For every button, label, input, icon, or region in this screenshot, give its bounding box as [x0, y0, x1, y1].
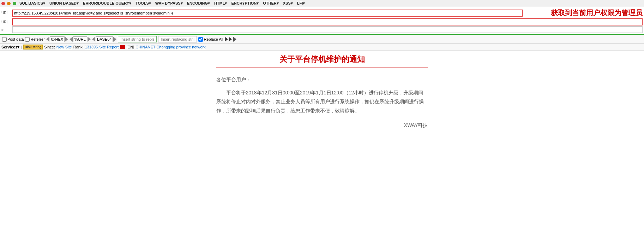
menu-item-encoding[interactable]: ENCODING▾: [186, 1, 211, 6]
replace-all-checkbox[interactable]: [198, 37, 203, 42]
replacing-string-input[interactable]: [158, 36, 197, 42]
services-dropdown[interactable]: Services▾: [1, 45, 19, 50]
content-area: 关于平台停机维护的通知 各位平台用户： 平台将于2018年12月31日00:00…: [0, 51, 644, 132]
content-signature: XWAY科技: [216, 122, 428, 129]
url-bar-container: URL 获取到当前用户权限为管理员 URL te: [0, 7, 644, 35]
risk-badge: RiskRating: [23, 45, 43, 50]
content-box: 关于平台停机维护的通知 各位平台用户： 平台将于2018年12月31日00:00…: [216, 54, 428, 129]
insert-string-input[interactable]: [118, 36, 157, 42]
menu-bar: SQL BASICS▾ UNION BASED▾ ERROR/DOUBLE QU…: [0, 0, 644, 7]
content-paragraph1: 平台将于2018年12月31日00:00至2019年1月1日12:00（12小时…: [216, 88, 428, 115]
forward-arrows: [225, 37, 232, 42]
menu-item-xss[interactable]: XSS▾: [282, 1, 294, 6]
network-link[interactable]: CHINANET Chongqing province network: [136, 45, 206, 49]
replace-all-label: Replace All: [204, 37, 223, 41]
content-title: 关于平台停机维护的通知: [216, 54, 428, 65]
menu-item-other[interactable]: OTHER▾: [262, 1, 280, 6]
url-label-3: te: [1, 28, 12, 32]
url-row-2: URL: [0, 18, 644, 26]
submit-arrow-btn[interactable]: [233, 37, 236, 42]
url-encode-group: %URL: [70, 36, 91, 42]
hex-label: 0xHEX: [50, 36, 65, 42]
submit-arrow: [233, 37, 236, 42]
url-annotation: 获取到当前用户权限为管理员: [551, 8, 643, 18]
content-body: 各位平台用户： 平台将于2018年12月31日00:00至2019年1月1日12…: [216, 75, 428, 115]
new-site-link[interactable]: New Site: [56, 45, 72, 49]
referrer-label: Referrer: [30, 37, 44, 41]
url-input-3[interactable]: [12, 26, 643, 33]
base64-label: BASE64: [96, 36, 113, 42]
window-minimize-dot[interactable]: [7, 2, 11, 5]
url-right-arrow[interactable]: [88, 37, 91, 42]
referrer-checkbox[interactable]: [25, 37, 30, 42]
forward-arrow-2[interactable]: [229, 37, 232, 42]
referrer-check[interactable]: Referrer: [25, 37, 44, 42]
menu-item-union-based[interactable]: UNION BASED▾: [48, 1, 80, 6]
url-left-arrow[interactable]: [70, 37, 73, 42]
hex-left-arrow[interactable]: [46, 37, 49, 42]
country-code: [CN]: [126, 45, 134, 49]
menu-item-html[interactable]: HTML▾: [213, 1, 228, 6]
toolbar: Post data Referrer 0xHEX %URL BASE64 Rep…: [0, 35, 644, 44]
menu-item-sql-basics[interactable]: SQL BASICS▾: [18, 1, 46, 6]
site-report-link[interactable]: Site Report: [99, 45, 119, 49]
window-maximize-dot[interactable]: [13, 2, 16, 5]
content-divider: [216, 68, 428, 68]
rank-value[interactable]: 131395: [85, 45, 98, 49]
post-data-checkbox[interactable]: [2, 37, 7, 42]
post-data-label: Post data: [7, 37, 24, 41]
content-greeting: 各位平台用户：: [216, 75, 428, 84]
base64-left-arrow[interactable]: [92, 37, 95, 42]
post-data-check[interactable]: Post data: [2, 37, 24, 42]
rank-label: Rank:: [73, 45, 84, 49]
hex-right-arrow[interactable]: [65, 37, 68, 42]
url-input-1[interactable]: [12, 10, 523, 17]
base64-encode-group: BASE64: [92, 36, 117, 42]
hex-encode-group: 0xHEX: [46, 36, 68, 42]
menu-item-encryption[interactable]: ENCRYPTION▾: [230, 1, 260, 6]
menu-item-error-double[interactable]: ERROR/DOUBLE QUERY▾: [82, 1, 132, 6]
base64-right-arrow[interactable]: [113, 37, 116, 42]
url-label-1: URL: [1, 11, 12, 15]
url-row-3: te: [0, 26, 644, 34]
url-label-2: URL: [1, 20, 12, 24]
url-row-1: URL 获取到当前用户权限为管理员: [0, 8, 644, 18]
country-flag: [120, 45, 125, 49]
separator-dot: |: [21, 45, 22, 49]
menu-item-tools[interactable]: TOOLS▾: [134, 1, 152, 6]
menu-item-waf-bypass[interactable]: WAF BYPASS▾: [154, 1, 184, 6]
url-input-2[interactable]: [12, 18, 643, 25]
since-label: Since:: [44, 45, 55, 49]
forward-arrow-1[interactable]: [225, 37, 228, 42]
menu-item-lfi[interactable]: LFI▾: [296, 1, 306, 6]
replace-all-check[interactable]: Replace All: [198, 37, 223, 42]
url-label: %URL: [73, 36, 87, 42]
status-bar: Services▾ | RiskRating Since: New Site R…: [0, 44, 644, 51]
window-close-dot[interactable]: [1, 2, 5, 5]
